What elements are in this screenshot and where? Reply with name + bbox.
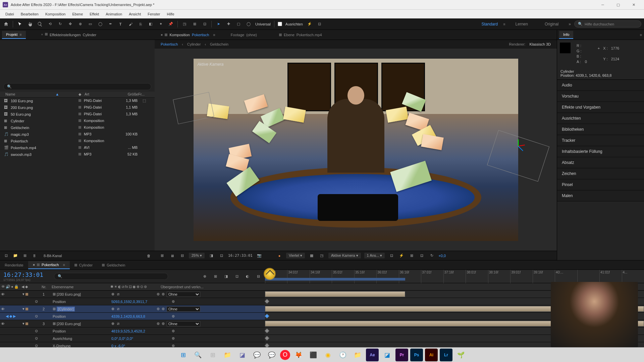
ellipse-tool-icon[interactable]: ◯: [97, 21, 104, 27]
keyframe[interactable]: [265, 314, 269, 318]
renderer-value[interactable]: Klassisch 3D: [529, 42, 551, 46]
help-search[interactable]: 🔍 Hilfe durchsuchen: [574, 20, 641, 27]
crumb-geldschein[interactable]: Geldschein: [210, 42, 228, 46]
panel-zeichen[interactable]: Zeichen: [557, 168, 644, 179]
project-item[interactable]: ⊞CylinderKomposition: [0, 118, 155, 124]
close-tab-icon[interactable]: ×: [41, 33, 43, 37]
tag-col-icon[interactable]: ◆: [25, 285, 28, 289]
twirl-icon[interactable]: ▾: [22, 321, 24, 326]
expr-pickwhip-icon[interactable]: ⊚: [172, 336, 175, 341]
transparency-icon[interactable]: ▦: [308, 252, 315, 259]
menu-fenster[interactable]: Fenster: [144, 11, 163, 17]
prop-name[interactable]: Position: [52, 329, 110, 333]
taskbar-app[interactable]: ⬛: [307, 349, 320, 361]
taskbar-widgets[interactable]: ◪: [236, 349, 249, 361]
project-item[interactable]: 🎵magic.mp3MP3100 KB: [0, 131, 155, 138]
taskbar-pr[interactable]: Pr: [395, 349, 408, 361]
property-row[interactable]: ⊙ Position 4819,9,525,3,4528,2 ⊚: [0, 327, 644, 335]
workspace-standard[interactable]: Standard: [481, 22, 498, 26]
playhead[interactable]: [264, 268, 276, 280]
channel-icon[interactable]: ●: [276, 252, 283, 259]
taskbar-search[interactable]: 🔍: [192, 349, 204, 361]
taskbar-lr[interactable]: Lr: [440, 349, 452, 361]
pen-tool-icon[interactable]: ✒: [107, 21, 114, 27]
project-item[interactable]: 🖼200 Euro.pngPNG-Datei1,1 MB: [0, 104, 155, 111]
bit-depth[interactable]: 8-Bit-Kanal: [44, 254, 62, 258]
keyframe[interactable]: [265, 336, 269, 341]
close-tab-icon[interactable]: ×: [33, 263, 35, 267]
taskbar-teams[interactable]: 💬: [251, 349, 263, 361]
taskbar-app2[interactable]: ◉: [322, 349, 334, 361]
ruler-tick[interactable]: 39:16f: [533, 270, 555, 283]
tab-composition[interactable]: × Komposition Pokertisch ≡: [157, 32, 219, 38]
pickwhip-icon[interactable]: ⊚: [162, 307, 165, 311]
keyframe[interactable]: [265, 299, 269, 304]
adjust-icon[interactable]: 🎚: [31, 252, 38, 259]
new-comp-icon[interactable]: ⊞: [21, 252, 28, 259]
close-tab-icon[interactable]: ×: [161, 33, 163, 37]
panel-effekte-und-vorgaben[interactable]: Effekte und Vorgaben: [557, 102, 644, 113]
camera-select[interactable]: Aktive Kamera ▾: [328, 253, 361, 258]
orbit-tool-icon[interactable]: ⟲: [47, 21, 53, 27]
tab-layer[interactable]: Ebene Pokertisch.mp4: [276, 32, 325, 38]
menu-komposition[interactable]: Komposition: [42, 11, 69, 17]
taskbar-code[interactable]: ◪: [381, 349, 393, 361]
property-row[interactable]: ◀◆▶ ⊙ Position 4339,1,1420,6,663,8 ⊚: [0, 313, 644, 320]
comp-flow-icon[interactable]: ⊡: [418, 252, 425, 259]
composition-viewer[interactable]: Aktive Kamera: [155, 49, 557, 251]
timeline-search[interactable]: 🔍: [54, 273, 168, 280]
prop-name[interactable]: Position: [52, 314, 110, 318]
project-item[interactable]: ⊞GeldscheinKomposition: [0, 124, 155, 131]
tab-project[interactable]: Projekt≡: [2, 31, 26, 39]
comp-menu-icon[interactable]: ≡: [213, 33, 215, 37]
collapse-switch[interactable]: ⧄: [117, 321, 119, 326]
roto-tool-icon[interactable]: ✦: [157, 21, 164, 27]
eye-col-icon[interactable]: 👁: [1, 285, 5, 289]
menu-datei[interactable]: Datei: [2, 11, 17, 17]
layer-bar[interactable]: [265, 291, 405, 297]
taskbar-clock[interactable]: 🕐: [336, 349, 349, 361]
panel-pinsel[interactable]: Pinsel: [557, 179, 644, 190]
3d-switch[interactable]: ⊚: [157, 292, 160, 296]
text-tool-icon[interactable]: T: [117, 21, 124, 27]
univ-add-icon[interactable]: ✚: [225, 21, 232, 27]
tl-opt3-icon[interactable]: ◨: [223, 273, 229, 280]
viewer-timecode[interactable]: 16:27:33:01: [228, 253, 253, 258]
tab-geldschein[interactable]: Geldschein: [97, 261, 130, 269]
snap-opt2-icon[interactable]: ⊡: [316, 21, 323, 27]
roi-icon[interactable]: ⊡: [218, 252, 225, 259]
panel-malen[interactable]: Malen: [557, 190, 644, 201]
label-color[interactable]: [25, 308, 28, 310]
prop-value[interactable]: 4339,1,1420,6,663,8: [110, 314, 171, 318]
tl-opt1-icon[interactable]: ⊕: [201, 273, 208, 280]
label-tag[interactable]: [78, 126, 81, 129]
pixel-aspect-icon[interactable]: ⊡: [388, 252, 395, 259]
stopwatch-icon[interactable]: ⊙: [35, 299, 38, 304]
ruler-tick[interactable]: 37:16f: [443, 270, 466, 283]
prop-value[interactable]: 4819,9,525,3,4528,2: [110, 329, 171, 333]
ruler-tick[interactable]: 36:16f: [399, 270, 421, 283]
expr-pickwhip-icon[interactable]: ⊚: [172, 314, 175, 318]
label-tag[interactable]: [78, 146, 81, 149]
ruler-tick[interactable]: 35:16f: [354, 270, 376, 283]
col-fr[interactable]: Fr...: [138, 92, 152, 97]
timeline-timecode[interactable]: 16:27:33:01: [3, 271, 43, 278]
trash-icon[interactable]: 🗑: [145, 252, 152, 259]
maximize-button[interactable]: ▢: [610, 0, 626, 10]
tl-opt4-icon[interactable]: ⊡: [233, 273, 240, 280]
ruler-tick[interactable]: 34:01f: [287, 270, 309, 283]
prop-name[interactable]: Position: [52, 300, 110, 304]
timeline-icon[interactable]: ⊞: [408, 252, 415, 259]
folder-icon[interactable]: 📁: [12, 252, 19, 259]
eraser-tool-icon[interactable]: ◧: [147, 21, 154, 27]
stopwatch-icon[interactable]: ⊙: [35, 336, 38, 341]
close-button[interactable]: ✕: [626, 0, 641, 10]
menu-hilfe[interactable]: Hilfe: [164, 11, 178, 17]
clone-tool-icon[interactable]: ⎘: [137, 21, 144, 27]
univ-box-icon[interactable]: ▢: [235, 21, 242, 27]
menu-ebene[interactable]: Ebene: [69, 11, 86, 17]
ruler-tick[interactable]: 37:01f: [421, 270, 443, 283]
univ-circle-icon[interactable]: ◯: [245, 21, 252, 27]
ruler-tick[interactable]: 38:16f: [488, 270, 510, 283]
tab-info[interactable]: Info: [559, 31, 573, 39]
